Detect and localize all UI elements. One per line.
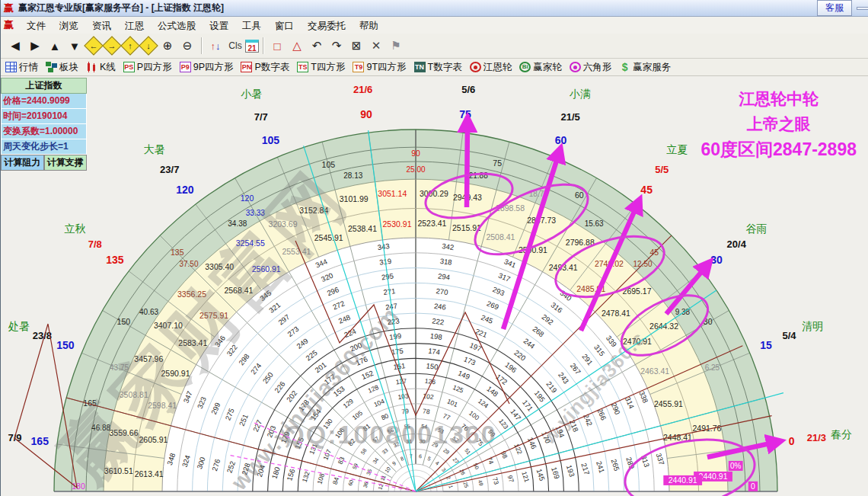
diamond-left-icon[interactable]: ← [84, 36, 103, 55]
badge-icon-TN: TN [414, 62, 426, 72]
zoom-in-icon[interactable]: ⊕ [158, 37, 177, 55]
svg-text:2847.73: 2847.73 [527, 216, 556, 225]
watermark: QQ:1008001360 [284, 420, 496, 449]
ribbon-label: K线 [100, 61, 116, 74]
ribbon-item-赢家服务[interactable]: $赢家服务 [619, 61, 671, 74]
annotation-line-3: 60度区间2847-2898 [700, 136, 857, 164]
menu-bar: 赢 文件浏览资讯江恩公式选股设置工具窗口交易委托帮助 [1, 17, 868, 34]
app-window: 赢 赢家江恩专业版[赢家服务平台] - [上证指数 江恩轮] 客服 赢 文件浏览… [0, 0, 868, 496]
svg-text:2463.41: 2463.41 [640, 366, 669, 376]
menu-logo-icon: 赢 [4, 18, 14, 32]
diamond-up-icon[interactable]: ↑ [120, 36, 139, 55]
svg-text:60: 60 [555, 134, 567, 146]
menu-item-窗口[interactable]: 窗口 [268, 19, 301, 33]
svg-text:78: 78 [422, 407, 430, 415]
updown-arrows-icon[interactable]: ↑↓ [206, 37, 225, 55]
menu-item-公式选股[interactable]: 公式选股 [151, 19, 203, 33]
instrument-param-row: 价格=2440.9099 [1, 94, 87, 109]
svg-text:处暑: 处暑 [8, 320, 30, 332]
ribbon-label: P四方形 [137, 61, 172, 74]
annotation-line-1: 江恩轮中轮 [700, 87, 857, 112]
ribbon-item-T四方形[interactable]: TST四方形 [297, 61, 345, 74]
svg-text:2613.41: 2613.41 [135, 469, 164, 478]
winner-wheel-icon: Bi [519, 62, 531, 72]
svg-text:2455.91: 2455.91 [654, 399, 683, 408]
svg-text:立夏: 立夏 [666, 143, 688, 155]
down-triangle-icon[interactable]: ▼ [65, 37, 84, 55]
svg-text:2644.32: 2644.32 [649, 322, 678, 331]
title-bar: 赢 赢家江恩专业版[赢家服务平台] - [上证指数 江恩轮] 客服 [1, 0, 868, 17]
board-icon[interactable]: ⚑ [387, 37, 405, 55]
collapse-icon[interactable]: ✕ [367, 37, 385, 55]
ribbon-item-赢家轮[interactable]: Bi赢家轮 [519, 61, 562, 74]
badge-icon-TS: TS [297, 62, 308, 72]
svg-text:2440.91: 2440.91 [699, 472, 728, 481]
toolbar: ◀▶▲▼←→↑↓⊕⊖↑↓Cls21□△↶↷⊠✕⚑ [1, 34, 868, 59]
menu-item-帮助[interactable]: 帮助 [353, 19, 385, 33]
instrument-param-row: 变换系数=1.00000 [1, 124, 87, 139]
svg-text:2478.41: 2478.41 [602, 309, 630, 318]
svg-text:30: 30 [710, 254, 723, 266]
svg-text:246: 246 [433, 302, 446, 312]
ribbon-label: T四方形 [311, 61, 345, 74]
ribbon-item-江恩轮[interactable]: 江恩轮 [470, 61, 512, 74]
arc-cw-icon[interactable]: ↷ [327, 37, 346, 55]
svg-text:立秋: 立秋 [65, 222, 86, 235]
up-triangle-icon[interactable]: ▲ [46, 37, 64, 55]
ribbon-label: 9T四方形 [366, 61, 406, 74]
ribbon-item-行情[interactable]: 行情 [5, 61, 38, 74]
ribbon-item-K线[interactable]: K线 [86, 61, 116, 74]
calc-support-button[interactable]: 计算支撑 [44, 155, 88, 171]
svg-text:90: 90 [411, 149, 420, 158]
svg-text:45: 45 [640, 184, 653, 196]
svg-text:45: 45 [649, 248, 659, 257]
menu-item-设置[interactable]: 设置 [203, 19, 235, 33]
instrument-param-row: 周天变化步长=1 [1, 139, 87, 155]
square-tool-icon[interactable]: □ [268, 37, 286, 55]
calc-resistance-button[interactable]: 计算阻力 [1, 155, 44, 171]
ribbon-item-P数字表[interactable]: PNP数字表 [241, 61, 289, 74]
calendar-icon[interactable]: 21 [245, 40, 259, 53]
diamond-right-icon[interactable]: → [102, 36, 121, 55]
menu-item-资讯[interactable]: 资讯 [85, 19, 118, 33]
zoom-out-icon[interactable]: ⊖ [178, 37, 196, 55]
clipped-titlebar-button[interactable] [857, 7, 868, 10]
quote-grid-icon [5, 62, 17, 72]
arc-ccw-icon[interactable]: ↶ [308, 37, 326, 55]
ribbon-item-T数字表[interactable]: TNT数字表 [414, 61, 462, 74]
customer-service-button[interactable]: 客服 [817, 0, 852, 16]
svg-text:小暑: 小暑 [241, 88, 262, 100]
kline-candle-icon [86, 62, 97, 72]
ribbon-item-板块[interactable]: 板块 [46, 61, 78, 74]
ribbon-item-9T四方形[interactable]: T99T四方形 [353, 61, 406, 74]
svg-text:318: 318 [439, 257, 452, 267]
ribbon-label: 江恩轮 [483, 61, 512, 74]
svg-text:90: 90 [360, 108, 372, 120]
diamond-down-icon[interactable]: ↓ [139, 36, 158, 55]
svg-text:7/8: 7/8 [88, 238, 102, 250]
ribbon-label: T数字表 [428, 61, 462, 74]
ribbon-item-六角形[interactable]: 六角形 [570, 61, 612, 74]
menu-item-浏览[interactable]: 浏览 [53, 19, 85, 33]
svg-text:28.13: 28.13 [343, 171, 362, 180]
triangle-tool-icon[interactable]: △ [288, 37, 306, 55]
menu-item-交易委托[interactable]: 交易委托 [301, 19, 353, 33]
cls-button[interactable]: Cls [226, 37, 244, 55]
boxed-x-icon[interactable]: ⊠ [347, 37, 365, 55]
ribbon-label: 赢家轮 [533, 61, 562, 74]
ribbon-item-P四方形[interactable]: PSP四方形 [123, 61, 172, 74]
toolbar-separator [201, 37, 202, 54]
ribbon-label: P数字表 [254, 61, 289, 74]
menu-item-工具[interactable]: 工具 [235, 19, 268, 33]
menu-item-文件[interactable]: 文件 [20, 19, 53, 33]
wheel-circle-icon [470, 62, 481, 72]
menu-item-江恩[interactable]: 江恩 [118, 19, 151, 33]
forward-icon[interactable]: ▶ [26, 37, 44, 55]
svg-text:15: 15 [760, 339, 772, 351]
instrument-name: 上证指数 [1, 78, 87, 94]
back-icon[interactable]: ◀ [6, 37, 24, 55]
svg-text:135: 135 [106, 254, 124, 266]
svg-text:谷雨: 谷雨 [745, 222, 767, 235]
svg-text:20/4: 20/4 [727, 238, 747, 250]
ribbon-item-9P四方形[interactable]: P99P四方形 [180, 61, 234, 74]
